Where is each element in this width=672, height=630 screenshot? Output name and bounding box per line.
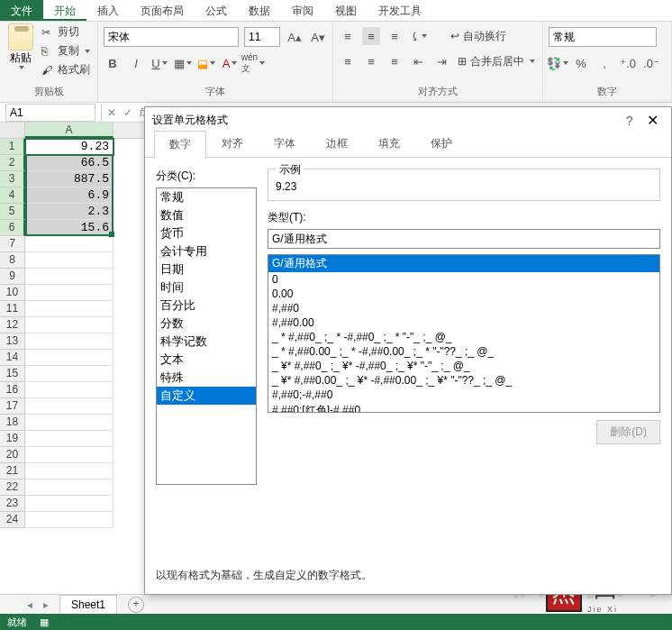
paste-button[interactable]: 粘贴 [5, 23, 36, 69]
cell[interactable] [25, 496, 114, 512]
tab-formula[interactable]: 公式 [195, 0, 238, 21]
comma-style-button[interactable]: , [595, 54, 613, 72]
row-header[interactable]: 7 [0, 236, 25, 252]
number-format-select[interactable] [549, 27, 657, 47]
type-item[interactable]: #,##0 [268, 301, 659, 315]
font-family-select[interactable] [104, 27, 239, 47]
bold-button[interactable]: B [104, 54, 122, 72]
phonetic-button[interactable]: wén文 [244, 54, 262, 72]
cell-a1[interactable]: 9.23 [25, 139, 114, 155]
merge-center-button[interactable]: ⊞合并后居中 [456, 53, 537, 70]
row-header[interactable]: 6 [0, 220, 25, 236]
type-item[interactable]: #,##0;[红色]-#,##0 [268, 402, 659, 413]
row-header[interactable]: 1 [0, 139, 25, 155]
category-item[interactable]: 货币 [157, 224, 256, 242]
cell[interactable] [25, 236, 114, 252]
row-header[interactable]: 21 [0, 463, 25, 479]
category-item[interactable]: 日期 [157, 260, 256, 278]
tab-dev[interactable]: 开发工具 [368, 0, 432, 21]
category-item[interactable]: 科学记数 [157, 333, 256, 351]
cancel-icon[interactable]: ✕ [107, 106, 116, 119]
category-list[interactable]: 常规数值货币会计专用日期时间百分比分数科学记数文本特殊自定义 [156, 187, 257, 485]
delete-button[interactable]: 删除(D) [596, 420, 660, 444]
dlg-tab-protect[interactable]: 保护 [415, 130, 468, 157]
help-button[interactable]: ? [621, 114, 639, 128]
cell-a6[interactable]: 15.6 [25, 220, 114, 236]
decrease-font-icon[interactable]: A▾ [309, 28, 327, 46]
category-item[interactable]: 时间 [157, 278, 256, 297]
copy-button[interactable]: ⎘复制 [40, 42, 92, 59]
row-header[interactable]: 9 [0, 269, 25, 285]
italic-button[interactable]: I [127, 54, 145, 72]
cell[interactable] [25, 512, 114, 528]
cell[interactable] [25, 252, 114, 269]
row-header[interactable]: 24 [0, 512, 25, 528]
tab-data[interactable]: 数据 [238, 0, 281, 21]
category-item[interactable]: 分数 [157, 315, 256, 333]
orientation-icon[interactable]: ⤹ [409, 27, 427, 45]
align-top-icon[interactable]: ≡ [339, 27, 357, 45]
select-all-corner[interactable] [0, 123, 25, 138]
tab-view[interactable]: 视图 [324, 0, 368, 21]
cell[interactable] [25, 382, 114, 398]
type-item[interactable]: #,##0;-#,##0 [268, 388, 659, 402]
row-header[interactable]: 18 [0, 415, 25, 431]
cell[interactable] [25, 301, 114, 317]
row-header[interactable]: 13 [0, 333, 25, 350]
cell[interactable] [25, 285, 114, 301]
cell[interactable] [25, 431, 114, 447]
decrease-decimal-icon[interactable]: .0⁻ [642, 54, 660, 72]
row-header[interactable]: 12 [0, 317, 25, 333]
align-bottom-icon[interactable]: ≡ [386, 27, 404, 45]
cell[interactable] [25, 447, 114, 463]
row-header[interactable]: 11 [0, 301, 25, 317]
cell[interactable] [25, 366, 114, 382]
add-sheet-button[interactable]: + [128, 597, 144, 613]
row-header[interactable]: 17 [0, 398, 25, 415]
row-header[interactable]: 20 [0, 447, 25, 463]
category-item[interactable]: 特殊 [157, 369, 256, 387]
percent-button[interactable]: % [572, 54, 590, 72]
cell[interactable] [25, 463, 114, 479]
type-item[interactable]: 0 [268, 272, 659, 287]
dialog-title-bar[interactable]: 设置单元格格式 ? ✕ [145, 107, 671, 132]
cell-a2[interactable]: 66.5 [25, 155, 114, 171]
cells-area[interactable]: 9.23 66.5 887.5 6.9 2.3 15.6 [25, 139, 114, 528]
row-header[interactable]: 22 [0, 479, 25, 496]
increase-decimal-icon[interactable]: ⁺.0 [619, 54, 637, 72]
align-right-icon[interactable]: ≡ [386, 52, 404, 70]
category-item[interactable]: 数值 [157, 206, 256, 224]
dlg-tab-border[interactable]: 边框 [311, 130, 363, 157]
sheet-tab-1[interactable]: Sheet1 [59, 595, 117, 614]
cell-a3[interactable]: 887.5 [25, 171, 114, 187]
cell[interactable] [25, 350, 114, 366]
type-item[interactable]: _ ¥* #,##0_ ;_ ¥* -#,##0_ ;_ ¥* "-"_ ;_ … [268, 359, 659, 373]
enter-icon[interactable]: ✓ [123, 106, 132, 119]
tab-insert[interactable]: 插入 [86, 0, 130, 21]
cut-button[interactable]: ✂剪切 [40, 23, 92, 41]
type-input[interactable] [268, 229, 660, 249]
font-color-button[interactable]: A [221, 54, 239, 72]
indent-decrease-icon[interactable]: ⇤ [409, 52, 427, 70]
cell-a4[interactable]: 6.9 [25, 187, 114, 204]
align-left-icon[interactable]: ≡ [339, 52, 357, 70]
category-item[interactable]: 会计专用 [157, 242, 256, 260]
dlg-tab-font[interactable]: 字体 [259, 130, 311, 157]
align-center-icon[interactable]: ≡ [362, 52, 380, 70]
underline-button[interactable]: U [150, 54, 168, 72]
name-box[interactable]: A1 [5, 104, 95, 122]
close-button[interactable]: ✕ [641, 113, 664, 128]
type-item[interactable]: G/通用格式 [268, 255, 659, 272]
type-item[interactable]: _ * #,##0_ ;_ * -#,##0_ ;_ * "-"_ ;_ @_ [268, 330, 659, 344]
tab-home[interactable]: 开始 [43, 0, 86, 21]
format-painter-button[interactable]: 🖌格式刷 [40, 61, 92, 78]
fill-color-button[interactable]: ⬓ [197, 54, 215, 72]
row-header[interactable]: 3 [0, 171, 25, 187]
row-header[interactable]: 5 [0, 204, 25, 220]
category-item[interactable]: 文本 [157, 351, 256, 369]
font-size-select[interactable] [244, 27, 280, 47]
category-item[interactable]: 百分比 [157, 297, 256, 315]
border-button[interactable]: ▦ [174, 54, 192, 72]
sheet-nav-prev-icon[interactable]: ◂ [27, 598, 32, 611]
row-header[interactable]: 8 [0, 252, 25, 269]
